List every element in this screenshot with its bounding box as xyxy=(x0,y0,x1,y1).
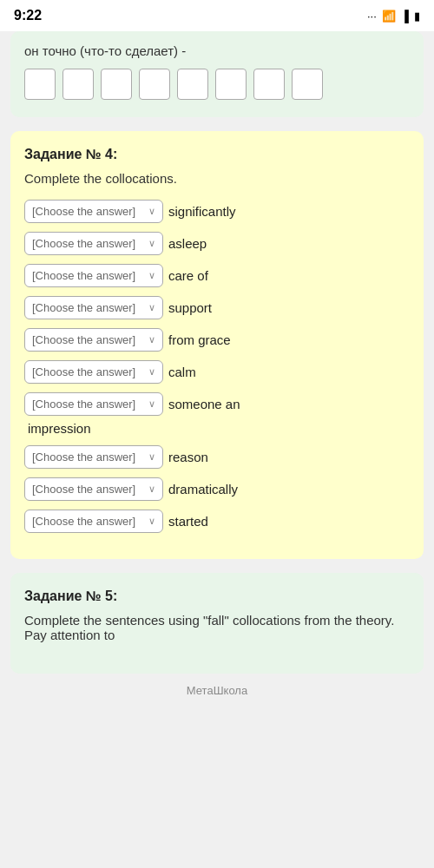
chevron-icon-6: ∨ xyxy=(148,366,155,378)
chevron-icon-8: ∨ xyxy=(148,451,155,463)
answer-select-6[interactable]: [Choose the answer] ∨ xyxy=(24,360,163,384)
letter-box xyxy=(101,69,132,100)
letter-box xyxy=(139,69,170,100)
task4-card: Задание № 4: Complete the collocations. … xyxy=(10,131,424,559)
dots-icon: ··· xyxy=(367,10,377,23)
collocation-row-7: [Choose the answer] ∨ someone an xyxy=(24,392,410,416)
collocation-row-8: [Choose the answer] ∨ reason xyxy=(24,445,410,469)
collocation-text-3: care of xyxy=(168,268,208,283)
letter-box xyxy=(62,69,94,100)
answer-select-4[interactable]: [Choose the answer] ∨ xyxy=(24,296,163,319)
letter-box xyxy=(292,69,323,100)
collocation-text-4: support xyxy=(168,300,212,315)
chevron-icon-5: ∨ xyxy=(148,334,155,345)
letter-boxes xyxy=(24,69,410,100)
status-time: 9:22 xyxy=(14,8,42,23)
collocation-text-10: started xyxy=(168,514,208,529)
collocation-row-5: [Choose the answer] ∨ from grace xyxy=(24,328,410,352)
signal-icon: ▐ xyxy=(401,10,409,23)
answer-select-2[interactable]: [Choose the answer] ∨ xyxy=(24,232,163,255)
select-label-2: [Choose the answer] xyxy=(32,237,145,250)
answer-select-1[interactable]: [Choose the answer] ∨ xyxy=(24,200,163,223)
collocation-text-9: dramatically xyxy=(168,482,238,496)
letter-box xyxy=(177,69,208,100)
select-label-6: [Choose the answer] xyxy=(32,365,145,378)
answer-select-8[interactable]: [Choose the answer] ∨ xyxy=(24,445,163,469)
letter-box xyxy=(24,69,56,100)
select-label-5: [Choose the answer] xyxy=(32,333,145,346)
chevron-icon-7: ∨ xyxy=(148,398,155,410)
chevron-icon-1: ∨ xyxy=(148,206,155,217)
task5-title: Задание № 5: xyxy=(24,589,410,604)
collocation-row-6: [Choose the answer] ∨ calm xyxy=(24,360,410,384)
collocation-text-7: someone an xyxy=(168,397,240,411)
chevron-icon-10: ∨ xyxy=(148,516,155,527)
collocation-text-5: from grace xyxy=(168,332,231,347)
status-bar: 9:22 ··· 📶 ▐ ▮ xyxy=(0,0,434,31)
select-label-10: [Choose the answer] xyxy=(32,515,145,528)
chevron-icon-9: ∨ xyxy=(148,483,155,495)
select-label-3: [Choose the answer] xyxy=(32,269,145,282)
answer-select-3[interactable]: [Choose the answer] ∨ xyxy=(24,264,163,287)
select-label-7: [Choose the answer] xyxy=(32,398,145,411)
battery-icon: ▮ xyxy=(414,10,420,23)
collocation-row-3: [Choose the answer] ∨ care of xyxy=(24,264,410,287)
wifi-icon: 📶 xyxy=(382,10,396,23)
collocation-text-6: calm xyxy=(168,365,196,379)
top-card-text: он точно (что-то сделает) - xyxy=(24,43,410,58)
task5-instruction: Complete the sentences using "fall" coll… xyxy=(24,613,410,642)
answer-select-9[interactable]: [Choose the answer] ∨ xyxy=(24,477,163,501)
select-label-9: [Choose the answer] xyxy=(32,483,145,496)
select-label-8: [Choose the answer] xyxy=(32,450,145,464)
top-card: он точно (что-то сделает) - xyxy=(10,31,424,117)
collocation-text-1: significantly xyxy=(168,204,236,219)
chevron-icon-2: ∨ xyxy=(148,238,155,249)
chevron-icon-4: ∨ xyxy=(148,302,155,313)
status-icons: ··· 📶 ▐ ▮ xyxy=(367,10,420,23)
letter-box xyxy=(215,69,247,100)
collocation-text-8: reason xyxy=(168,450,208,464)
letter-box xyxy=(253,69,285,100)
task5-card: Задание № 5: Complete the sentences usin… xyxy=(10,573,424,674)
answer-select-5[interactable]: [Choose the answer] ∨ xyxy=(24,328,163,352)
answer-select-7[interactable]: [Choose the answer] ∨ xyxy=(24,392,163,416)
select-label-4: [Choose the answer] xyxy=(32,301,145,314)
collocation-row-4: [Choose the answer] ∨ support xyxy=(24,296,410,319)
collocation-text-2: asleep xyxy=(168,236,207,251)
task4-instruction: Complete the collocations. xyxy=(24,171,410,186)
answer-select-10[interactable]: [Choose the answer] ∨ xyxy=(24,510,163,533)
task4-title: Задание № 4: xyxy=(24,147,410,162)
collocation-text-7b: impression xyxy=(28,421,91,436)
chevron-icon-3: ∨ xyxy=(148,270,155,281)
collocation-row-9: [Choose the answer] ∨ dramatically xyxy=(24,477,410,501)
select-label-1: [Choose the answer] xyxy=(32,205,145,218)
meta-label: МетаШкола xyxy=(0,684,434,704)
collocation-row-1: [Choose the answer] ∨ significantly xyxy=(24,200,410,223)
collocation-row-10: [Choose the answer] ∨ started xyxy=(24,510,410,533)
collocation-row-2: [Choose the answer] ∨ asleep xyxy=(24,232,410,255)
